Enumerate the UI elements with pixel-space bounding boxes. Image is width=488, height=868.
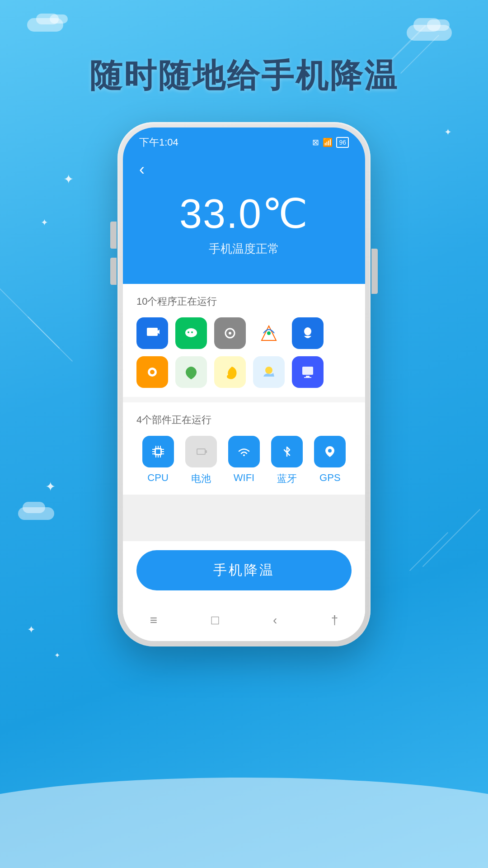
navigation-bar: ≡ □ ‹ †	[123, 604, 365, 641]
svg-point-16	[150, 370, 155, 374]
app-icon-1[interactable]	[136, 317, 168, 349]
app-icon-5[interactable]	[292, 317, 324, 349]
component-wifi[interactable]: WIFI	[228, 436, 260, 486]
svg-point-20	[265, 367, 272, 374]
app-icon-4[interactable]	[253, 317, 285, 349]
nav-back-button[interactable]: ‹	[273, 613, 277, 627]
back-button[interactable]: ‹	[139, 160, 145, 179]
temperature-display: 33.0℃ 手机温度正常	[139, 190, 349, 257]
cpu-label: CPU	[147, 472, 168, 484]
app-icon-3[interactable]	[214, 317, 246, 349]
svg-point-6	[191, 331, 193, 333]
nav-recent-button[interactable]: †	[331, 613, 338, 627]
app-icon-2[interactable]	[175, 317, 207, 349]
bottom-hill-decoration	[0, 778, 488, 868]
wifi-label: WIFI	[234, 472, 254, 484]
app-icon-10[interactable]	[292, 356, 324, 388]
nav-home-button[interactable]: □	[211, 613, 219, 627]
phone-mockup: 下午1:04 ⊠ 📶 96 ‹ 33.0℃ 手机温度正常	[117, 122, 371, 646]
app-icon-7[interactable]	[175, 356, 207, 388]
svg-point-42	[328, 449, 332, 453]
component-battery[interactable]: 电池	[185, 436, 217, 486]
running-apps-title: 10个程序正在运行	[136, 295, 352, 308]
status-bar: 下午1:04 ⊠ 📶 96	[123, 127, 365, 153]
temperature-status: 手机温度正常	[139, 241, 349, 257]
cloud-top-right	[407, 14, 461, 41]
svg-point-4	[185, 328, 197, 337]
page-title: 随时随地给手机降温	[0, 54, 488, 98]
battery-status-icon: 96	[336, 137, 349, 148]
sim-icon: ⊠	[312, 137, 319, 147]
sparkle-4: ✦	[45, 479, 56, 494]
sparkle-5: ✦	[27, 624, 35, 636]
components-section: 4个部件正在运行 CPU 电池	[123, 402, 365, 495]
bluetooth-icon-box	[271, 436, 303, 467]
gps-icon-box	[314, 436, 346, 467]
app-header: ‹ 33.0℃ 手机温度正常	[123, 153, 365, 284]
cool-phone-button[interactable]: 手机降温	[136, 550, 352, 590]
battery-label: 电池	[191, 472, 211, 486]
svg-point-11	[267, 331, 271, 335]
svg-point-9	[229, 332, 231, 335]
svg-rect-40	[206, 450, 207, 453]
content-spacer	[123, 495, 365, 541]
svg-point-5	[188, 331, 189, 333]
wifi-status-icon: 📶	[323, 137, 333, 147]
wifi-icon-box	[228, 436, 260, 467]
svg-rect-22	[302, 367, 313, 375]
component-bluetooth[interactable]: 蓝牙	[271, 436, 303, 486]
nav-menu-button[interactable]: ≡	[150, 613, 157, 627]
cpu-icon-box	[142, 436, 174, 467]
svg-rect-24	[304, 377, 311, 378]
component-gps[interactable]: GPS	[314, 436, 346, 486]
app-content: 10个程序正在运行	[123, 284, 365, 641]
status-icons: ⊠ 📶 96	[312, 137, 349, 148]
app-icon-6[interactable]	[136, 356, 168, 388]
apps-grid	[136, 317, 352, 388]
sparkle-6: ✦	[54, 651, 60, 660]
battery-icon-box	[185, 436, 217, 467]
component-cpu[interactable]: CPU	[142, 436, 174, 486]
sparkle-2: ✦	[41, 217, 48, 228]
app-icon-9[interactable]	[253, 356, 285, 388]
app-icon-8[interactable]	[214, 356, 246, 388]
components-grid: CPU 电池 WIFI	[136, 436, 352, 486]
bluetooth-label: 蓝牙	[277, 472, 297, 486]
svg-rect-41	[197, 449, 205, 454]
running-apps-section: 10个程序正在运行	[123, 284, 365, 397]
phone-outer-shell: 下午1:04 ⊠ 📶 96 ‹ 33.0℃ 手机温度正常	[117, 122, 371, 646]
temperature-value: 33.0℃	[139, 190, 349, 237]
svg-rect-26	[156, 449, 160, 454]
components-title: 4个部件正在运行	[136, 413, 352, 427]
cloud-mid-left	[18, 497, 59, 520]
phone-screen: 下午1:04 ⊠ 📶 96 ‹ 33.0℃ 手机温度正常	[123, 127, 365, 641]
sparkle-3: ✦	[444, 127, 452, 137]
sparkle-1: ✦	[63, 172, 74, 187]
battery-level: 96	[339, 139, 346, 146]
cool-button-wrapper: 手机降温	[123, 541, 365, 604]
gps-label: GPS	[319, 472, 340, 484]
status-time: 下午1:04	[139, 136, 178, 149]
svg-point-13	[304, 327, 311, 335]
